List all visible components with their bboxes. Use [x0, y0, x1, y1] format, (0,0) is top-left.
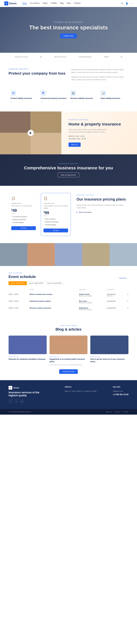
price-feature: ✓ Business interruption [43, 220, 68, 224]
service-card-arrow-3[interactable]: → [101, 100, 127, 103]
service-card-title-0: Product liability insurance [10, 97, 36, 100]
service-card-icon-0: ⊞ [10, 90, 16, 96]
hp-hours2: SATURDAY: 9 AM – 06 PM [68, 138, 121, 140]
service-card-icon-2: 🏢 [71, 90, 76, 96]
footer-phone: +1 840 581 25 69 [113, 393, 129, 396]
blog-card-2[interactable]: WHAT WE DO How to get the most out of yo… [90, 336, 129, 366]
event-tab-1[interactable]: Day #2 - May 03,2020 [27, 281, 45, 285]
event-name-cell-2: Business models conference [29, 305, 79, 312]
table-row[interactable]: 15:00 – 17:00 Business models conference… [8, 305, 129, 312]
price-period-0: /Month [11, 213, 36, 214]
price-card-0: 📋 Standard pack All the basics for a new… [8, 193, 38, 236]
service-card-2[interactable]: 🏢 Directors liability insurance → [68, 88, 99, 106]
play-button[interactable]: ▶ [27, 130, 34, 136]
view-more-posts-button[interactable]: View More Posts [59, 369, 78, 374]
event-speaker-name-1: Ben Carter [79, 300, 107, 302]
price-desc-0: All the basics for a new business. [11, 205, 36, 207]
event-tab-2[interactable]: Day #3 - May 05,2020 [45, 281, 63, 285]
event-toggle-2[interactable]: ∨ [126, 305, 129, 312]
blog-cat-1: WHAT WE DO [49, 356, 88, 358]
user-icon[interactable]: 👤 [125, 2, 128, 5]
pricing-info: CONTRACT OPTIONS Our insurance pricing p… [77, 193, 129, 213]
service-card-3[interactable]: 📊 Cyber liability insurance → [99, 88, 129, 106]
blog-card-title-2: How to get the most out of your insuranc… [90, 358, 129, 363]
photo-strip [0, 243, 137, 266]
service-card-arrow-0[interactable]: → [10, 100, 36, 103]
photo-cell-5 [110, 243, 137, 266]
event-toggle-1[interactable]: ∨ [126, 298, 129, 305]
brand-logo[interactable]: G Gross [4, 2, 16, 6]
footer-bottom-link-0[interactable]: About Us [106, 411, 112, 412]
price-card-1: 📋 Corporate pack In this package, you wi… [41, 193, 71, 236]
nav-link-pages[interactable]: Pages [43, 2, 47, 5]
nav-link-home[interactable]: Home [22, 2, 27, 5]
event-location-sub-0: New York [107, 295, 126, 297]
price-icon-1: 📋 [43, 196, 48, 201]
video-link[interactable]: Video presentation [77, 212, 129, 213]
pricing-label: CONTRACT OPTIONS [77, 194, 129, 196]
blog-card-title-0: Payments for temporary disability & dise… [8, 358, 47, 360]
blog-img-0 [8, 336, 47, 354]
service-card-0[interactable]: ⊞ Product liability insurance → [8, 88, 38, 106]
pricing-section: 📋 Standard pack All the basics for a new… [0, 186, 137, 243]
price-btn-1[interactable]: Get Now [43, 228, 68, 232]
event-location-2: Central Park [107, 307, 126, 309]
service-card-arrow-2[interactable]: → [71, 100, 97, 103]
event-time-1: 13:00 – 14:00 [8, 298, 29, 305]
video-label: Video presentation [79, 212, 92, 213]
blog-card-0[interactable]: WHAT WE DO Payments for temporary disabi… [8, 336, 47, 366]
service-card-title-1: Commercial property insurance [40, 97, 66, 100]
partner-logo-1: ♻ [40, 56, 42, 58]
service-card-1[interactable]: 🏛 Commercial property insurance → [38, 88, 68, 106]
footer-address-label: Address [65, 386, 97, 388]
comp-cta-button[interactable]: Make an Appointment [58, 173, 79, 177]
price-btn-0[interactable]: Get Now [11, 226, 36, 230]
footer-copyright: © Gross 2020. All Rights Reserved. [8, 411, 31, 412]
event-speaker-name-2: Dylan Byrne [79, 307, 107, 309]
service-card-icon-1: 🏛 [40, 90, 46, 96]
event-time-0: 10:00 – 12:00 [8, 292, 29, 298]
hp-about-button[interactable]: About Us [68, 142, 81, 147]
event-speaker-sub-2: Business consultant [79, 309, 107, 310]
event-toggle-0[interactable]: ∨ [126, 292, 129, 298]
search-icon[interactable]: 🔍 [121, 2, 124, 5]
home-property-content: INSURANCE SERVICES Home & property insur… [61, 112, 137, 154]
nav-link-contacts[interactable]: Contacts [74, 2, 81, 5]
footer-bottom-link-1[interactable]: Services [115, 411, 120, 412]
hero-content: PORTABLE ONLINE INSURANCE The best insur… [29, 22, 108, 38]
social-icon-t[interactable]: t [14, 399, 18, 403]
partner-logo-2: SBR Insurance [54, 56, 66, 58]
brand-name: Gross [9, 2, 16, 5]
menu-icon[interactable]: ⋮⋮ [130, 2, 133, 5]
service-cards: ⊞ Product liability insurance → 🏛 Commer… [8, 88, 129, 106]
hero-title: The best insurance specialists [29, 24, 108, 31]
video-dot [77, 212, 77, 213]
view-more-link[interactable]: View More → [119, 277, 129, 279]
footer-email[interactable]: hi@gross.com [113, 390, 129, 392]
nav-link-portfolio[interactable]: Portfolio [51, 2, 57, 5]
price-name-1: Corporate pack [43, 202, 68, 204]
footer-bottom-link-2[interactable]: Portfolio [123, 411, 129, 412]
footer-brand-title: Insurance services of the highest qualit… [8, 391, 48, 397]
service-card-title-3: Cyber liability insurance [101, 97, 127, 100]
price-amount-0: $49 [11, 208, 36, 213]
table-row[interactable]: 13:00 – 14:00 Intellectual property webi… [8, 298, 129, 305]
hero-cta-button[interactable]: Explore Now [60, 34, 77, 38]
photo-cell-1 [0, 243, 27, 266]
event-time-2: 15:00 – 17:00 [8, 305, 29, 312]
blog-card-1[interactable]: WHAT WE DO Supplement to an existing hea… [49, 336, 88, 366]
price-features-1: ✓ Home insurance✓ Business interruption✓… [43, 218, 68, 226]
service-card-arrow-1[interactable]: → [40, 100, 66, 103]
event-col-header: SPEAKER [79, 288, 107, 292]
nav-link-blog[interactable]: Blog [60, 2, 63, 5]
nav-link-shop[interactable]: Shop [67, 2, 71, 5]
nav-link-our-services[interactable]: Our services [30, 2, 39, 5]
blog-cards: WHAT WE DO Payments for temporary disabi… [8, 336, 129, 366]
footer-top: G Gross Insurance services of the highes… [0, 380, 137, 409]
social-icon-f[interactable]: f [8, 399, 12, 403]
social-icon-in[interactable]: in [20, 399, 24, 403]
image-cell-3 [0, 133, 30, 154]
event-tab-0[interactable]: Day #1 - May 02,2020 [8, 281, 27, 285]
event-name-2: Business models conference [29, 307, 79, 309]
table-row[interactable]: 10:00 – 12:00 Women entrepreneurs meetup… [8, 292, 129, 298]
